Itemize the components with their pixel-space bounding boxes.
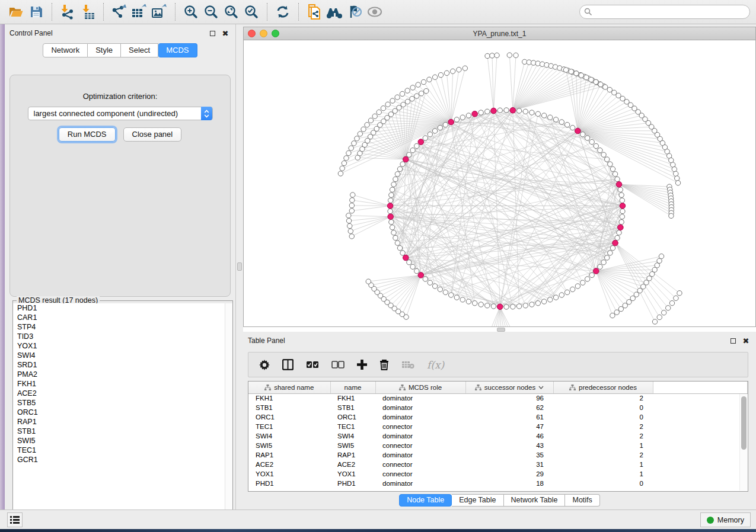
table-scrollbar[interactable] — [739, 394, 747, 491]
deselect-all-rows-button[interactable] — [331, 361, 344, 368]
mcds-result-item[interactable]: SRD1 — [13, 360, 225, 370]
mcds-list-scrollbar[interactable] — [225, 303, 232, 520]
column-header-successor-nodes[interactable]: successor nodes — [465, 382, 553, 393]
new-network-from-selection-button[interactable] — [304, 2, 324, 21]
mcds-result-item[interactable]: TEC1 — [13, 446, 225, 455]
column-header-predecessor-nodes[interactable]: predecessor nodes — [553, 382, 653, 393]
close-panel-button[interactable]: Close panel — [123, 127, 182, 142]
table-row[interactable]: ORC1ORC1dominator610 — [248, 412, 748, 422]
table-cell: dominator — [375, 393, 465, 403]
table-cell: 29 — [465, 469, 553, 479]
table-cell: SWI4 — [330, 431, 375, 441]
search-box — [579, 5, 750, 19]
tab-select[interactable]: Select — [121, 43, 158, 57]
mcds-result-item[interactable]: SWI4 — [13, 351, 225, 360]
horizontal-splitter-handle[interactable] — [497, 328, 505, 332]
table-row[interactable]: ACE2ACE2connector311 — [248, 460, 748, 469]
search-input[interactable] — [579, 5, 750, 19]
close-panel-icon[interactable]: ✖ — [221, 29, 229, 37]
mcds-result-item[interactable]: RAP1 — [13, 417, 225, 427]
show-log-button[interactable] — [7, 512, 23, 527]
export-table-button[interactable] — [129, 2, 149, 21]
mcds-result-item[interactable]: PMA2 — [13, 370, 225, 379]
table-row[interactable]: YOX1YOX1connector291 — [248, 469, 748, 479]
eye-icon — [366, 5, 383, 18]
table-row[interactable]: SWI4SWI4dominator462 — [248, 431, 748, 441]
mcds-result-item[interactable]: ACE2 — [13, 389, 225, 398]
table-row[interactable]: SWI5SWI5connector431 — [248, 441, 748, 450]
mcds-result-item[interactable]: PHD1 — [13, 303, 225, 313]
column-header-shared-name[interactable]: shared name — [248, 382, 330, 393]
run-mcds-button[interactable]: Run MCDS — [59, 127, 116, 142]
mcds-result-item[interactable]: SWI5 — [13, 436, 225, 446]
tab-network-table[interactable]: Network Table — [504, 494, 566, 507]
desktop-wallpaper-left — [0, 24, 5, 509]
horizontal-splitter[interactable] — [243, 327, 756, 332]
network-canvas[interactable] — [244, 40, 755, 326]
table-row[interactable]: PHD1PHD1dominator180 — [248, 479, 748, 488]
memory-button[interactable]: Memory — [700, 512, 751, 527]
import-network-icon — [60, 4, 75, 20]
mcds-result-item[interactable]: ORC1 — [13, 408, 225, 417]
mcds-result-item[interactable]: TID3 — [13, 332, 225, 341]
zoom-selected-button[interactable] — [241, 2, 261, 21]
tab-motifs[interactable]: Motifs — [565, 494, 599, 507]
table-row[interactable]: STB1STB1dominator620 — [248, 403, 748, 412]
mcds-result-item[interactable]: FKH1 — [13, 379, 225, 389]
first-neighbors-button[interactable] — [324, 2, 344, 21]
close-table-panel-icon[interactable]: ✖ — [742, 336, 750, 345]
save-session-button[interactable] — [26, 2, 46, 21]
delete-column-button[interactable] — [379, 359, 389, 370]
column-header-MCDS-role[interactable]: MCDS role — [375, 382, 465, 393]
select-all-rows-button[interactable] — [306, 361, 319, 368]
vertical-splitter[interactable] — [236, 24, 243, 509]
network-graph[interactable] — [244, 40, 755, 326]
table-cell: TEC1 — [248, 422, 330, 431]
mcds-result-item[interactable]: CAR1 — [13, 313, 225, 322]
toolbar-separator — [52, 3, 52, 21]
mcds-result-item[interactable]: STB5 — [13, 398, 225, 408]
vertical-splitter-handle[interactable] — [237, 262, 242, 271]
tab-node-table[interactable]: Node Table — [399, 494, 452, 507]
network-window-title: YPA_prune.txt_1 — [244, 30, 755, 38]
node-table: shared namenameMCDS rolesuccessor nodesp… — [248, 381, 748, 492]
mcds-result-item[interactable]: STB1 — [13, 427, 225, 436]
criterion-select[interactable]: largest connected component (undirected) — [28, 107, 213, 120]
deselect-all-icon — [331, 361, 344, 368]
import-network-button[interactable] — [58, 2, 78, 21]
column-header-name[interactable]: name — [330, 382, 375, 393]
float-panel-icon[interactable] — [208, 29, 216, 37]
tab-edge-table[interactable]: Edge Table — [452, 494, 503, 507]
refresh-view-button[interactable] — [273, 2, 293, 21]
table-cell-filler — [653, 422, 748, 431]
table-row[interactable]: RAP1RAP1dominator352 — [248, 450, 748, 460]
tab-mcds[interactable]: MCDS — [158, 43, 197, 57]
tab-network[interactable]: Network — [43, 43, 88, 57]
show-columns-button[interactable] — [282, 359, 294, 370]
export-image-button[interactable] — [149, 2, 170, 21]
table-cell: 1 — [553, 460, 653, 469]
criterion-selected-value: largest connected component (undirected) — [34, 109, 178, 118]
tab-style[interactable]: Style — [88, 43, 121, 57]
table-cell: 1 — [553, 469, 653, 479]
table-cell: SWI5 — [330, 441, 375, 450]
mcds-result-item[interactable]: STP4 — [13, 322, 225, 332]
import-table-button[interactable] — [78, 2, 98, 21]
mcds-result-item[interactable]: YOX1 — [13, 341, 225, 351]
open-file-button[interactable] — [6, 2, 26, 21]
network-window-titlebar[interactable]: YPA_prune.txt_1 — [244, 27, 755, 40]
zoom-in-button[interactable] — [181, 2, 201, 21]
hide-selected-button[interactable] — [344, 2, 365, 21]
zoom-out-button[interactable] — [201, 2, 221, 21]
table-settings-button[interactable] — [259, 360, 270, 370]
table-cell: YOX1 — [330, 469, 375, 479]
show-all-button[interactable] — [365, 2, 385, 21]
float-table-panel-icon[interactable] — [729, 336, 737, 345]
zoom-fit-button[interactable] — [221, 2, 241, 21]
table-row[interactable]: FKH1FKH1dominator962 — [248, 393, 748, 403]
create-column-button[interactable] — [357, 360, 367, 370]
mcds-result-item[interactable]: GCR1 — [13, 455, 225, 464]
table-scrollbar-thumb[interactable] — [741, 396, 747, 450]
export-network-button[interactable] — [109, 2, 129, 21]
table-row[interactable]: TEC1TEC1connector472 — [248, 422, 748, 431]
